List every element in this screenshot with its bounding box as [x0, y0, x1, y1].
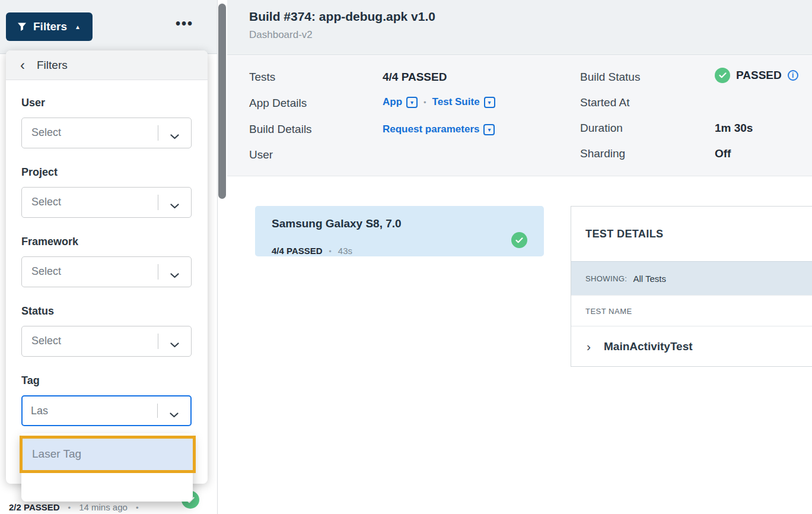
page-subtitle: Dashboard-v2 — [249, 29, 313, 41]
build-status-label: Build Status — [580, 71, 640, 84]
tag-suggestions-dropdown: Laser Tag — [21, 433, 193, 502]
select-placeholder: Select — [31, 335, 61, 347]
duration-value: 1m 30s — [715, 122, 753, 135]
filters-button-label: Filters — [33, 20, 67, 33]
tag-option-laser-tag[interactable]: Laser Tag — [21, 437, 193, 471]
tag-filter-select[interactable] — [21, 395, 192, 426]
test-suite-link[interactable]: Test Suite ▾ — [432, 96, 495, 108]
app-link-label: App — [383, 96, 402, 108]
build-header-band: Build #374: app-debug.apk v1.0 Dashboard… — [227, 0, 812, 55]
separator-dot: • — [68, 503, 71, 512]
duration-label: Duration — [580, 122, 623, 135]
sharding-value: Off — [715, 147, 731, 160]
sidebar-divider — [217, 0, 218, 514]
caret-down-boxed-icon[interactable]: ▾ — [484, 97, 495, 108]
more-options-icon[interactable]: ••• — [176, 16, 193, 32]
build-details-links: Request parameters ▾ — [383, 122, 495, 135]
request-parameters-label: Request parameters — [383, 123, 479, 135]
filters-panel-header: ‹ Filters — [6, 50, 208, 80]
request-parameters-link[interactable]: Request parameters ▾ — [383, 123, 495, 135]
status-filter-select[interactable]: Select — [21, 326, 192, 357]
select-placeholder: Select — [31, 196, 61, 208]
build-summary-band: Tests 4/4 PASSED App Details App ▾ • Tes… — [227, 56, 812, 176]
select-divider — [158, 195, 158, 210]
chevron-down-icon — [170, 270, 179, 281]
select-placeholder: Select — [31, 126, 61, 139]
passed-check-icon — [715, 68, 730, 83]
user-label: User — [249, 148, 273, 161]
filter-funnel-icon — [17, 22, 27, 31]
select-divider — [158, 125, 158, 141]
framework-filter-select[interactable]: Select — [21, 256, 192, 287]
showing-value: All Tests — [633, 274, 666, 284]
tests-label: Tests — [249, 71, 275, 84]
test-details-title: TEST DETAILS — [571, 207, 812, 261]
filters-panel-title: Filters — [37, 59, 68, 72]
separator-dot: • — [329, 248, 332, 256]
sidebar-build-list-item[interactable]: 2/2 PASSED • 14 mins ago • — [9, 502, 147, 512]
sidebar-scrollbar-thumb[interactable] — [218, 4, 226, 199]
filters-panel: ‹ Filters User Select Project Select Fra… — [6, 50, 208, 484]
separator-dot: • — [136, 503, 139, 512]
test-details-panel: TEST DETAILS SHOWING: All Tests TEST NAM… — [571, 206, 812, 367]
app-root: Filters ▲ ••• 2/2 PASSED • 14 mins ago •… — [0, 0, 812, 514]
build-time-ago: 14 mins ago — [79, 502, 128, 512]
tag-filter-label: Tag — [21, 375, 192, 387]
device-session-summary: 4/4 PASSED • 43s — [272, 246, 352, 256]
chevron-right-icon: › — [587, 340, 591, 354]
tag-filter-input[interactable] — [31, 396, 155, 425]
caret-down-boxed-icon[interactable]: ▾ — [406, 97, 418, 108]
filters-panel-body: User Select Project Select Framework Sel… — [6, 80, 208, 426]
device-session-card[interactable]: Samsung Galaxy S8, 7.0 4/4 PASSED • 43s — [255, 206, 544, 256]
project-filter-label: Project — [21, 166, 192, 179]
filters-toggle-button[interactable]: Filters ▲ — [6, 12, 93, 41]
status-filter-label: Status — [21, 305, 192, 318]
select-placeholder: Select — [31, 265, 61, 278]
test-name-column-header: TEST NAME — [571, 295, 812, 326]
select-divider — [158, 334, 158, 349]
user-filter-label: User — [21, 97, 192, 109]
device-passed-check-icon — [511, 232, 527, 248]
back-chevron-icon[interactable]: ‹ — [20, 58, 25, 72]
sharding-label: Sharding — [580, 147, 625, 160]
info-icon[interactable]: i — [788, 70, 798, 81]
page-title: Build #374: app-debug.apk v1.0 — [249, 9, 435, 24]
app-link[interactable]: App ▾ — [383, 96, 418, 108]
app-details-label: App Details — [249, 97, 307, 110]
device-name: Samsung Galaxy S8, 7.0 — [272, 217, 402, 230]
app-details-links: App ▾ • Test Suite ▾ — [383, 96, 495, 108]
sidebar-top-band: Filters ▲ ••• — [0, 0, 217, 54]
test-suite-link-label: Test Suite — [432, 96, 480, 108]
build-tests-passed: 2/2 PASSED — [9, 502, 60, 512]
separator-dot: • — [423, 98, 426, 107]
build-status-text: PASSED — [736, 69, 782, 82]
device-session-duration: 43s — [338, 246, 352, 256]
test-name: MainActivityTest — [604, 340, 693, 353]
chevron-down-icon — [170, 410, 179, 420]
test-row-mainactivitytest[interactable]: › MainActivityTest — [571, 326, 812, 366]
showing-filter-band: SHOWING: All Tests — [571, 261, 812, 295]
build-status-value: PASSED i — [715, 68, 798, 83]
showing-label: SHOWING: — [585, 274, 627, 283]
device-tests-passed: 4/4 PASSED — [272, 246, 323, 256]
collapse-caret-icon: ▲ — [75, 24, 81, 30]
caret-down-boxed-icon[interactable]: ▾ — [483, 124, 495, 135]
select-divider — [157, 404, 158, 418]
build-details-label: Build Details — [249, 123, 312, 136]
chevron-down-icon — [170, 131, 179, 142]
tests-value: 4/4 PASSED — [383, 71, 447, 84]
framework-filter-label: Framework — [21, 236, 192, 248]
chevron-down-icon — [170, 340, 179, 350]
user-filter-select[interactable]: Select — [21, 118, 192, 148]
project-filter-select[interactable]: Select — [21, 187, 192, 218]
chevron-down-icon — [170, 201, 179, 211]
started-at-label: Started At — [580, 96, 629, 109]
select-divider — [158, 264, 158, 280]
